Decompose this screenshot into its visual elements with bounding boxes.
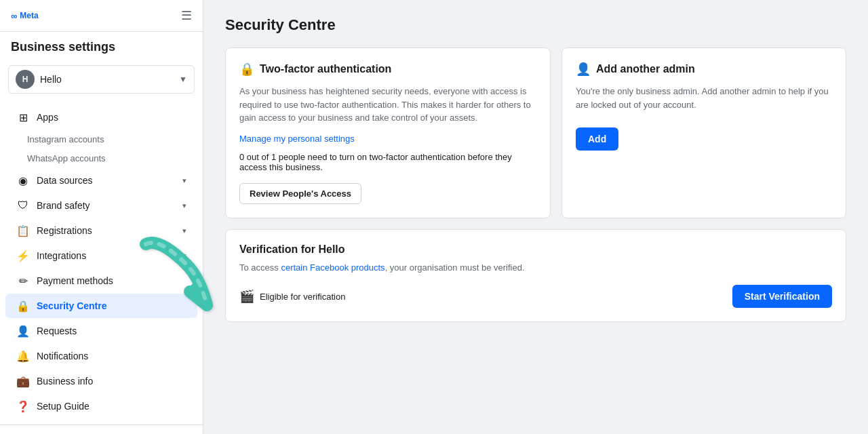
- meta-logo: ∞ Meta: [11, 11, 39, 21]
- sidebar-item-label: Requests: [37, 326, 186, 336]
- sidebar-item-whatsapp[interactable]: WhatsApp accounts: [5, 149, 197, 167]
- sidebar-item-business-info[interactable]: 💼 Business info: [5, 369, 197, 393]
- add-admin-title: Add another admin: [596, 63, 695, 75]
- eligible-text: Eligible for verification: [260, 292, 345, 302]
- verification-title: Verification for Hello: [239, 243, 832, 256]
- sidebar-item-label: Payment methods: [37, 275, 186, 286]
- two-factor-card: 🔒 Two-factor authentication As your busi…: [225, 47, 551, 218]
- sidebar-item-label: Data sources: [37, 175, 176, 186]
- verification-description: To access certain Facebook products, you…: [239, 261, 832, 275]
- integrations-icon: ⚡: [16, 249, 30, 262]
- sidebar-item-label: Security Centre: [37, 300, 186, 311]
- main-content: Security Centre 🔒 Two-factor authenticat…: [203, 0, 868, 434]
- manage-settings-link[interactable]: Manage my personal settings: [239, 134, 355, 144]
- sidebar-item-label: Registrations: [37, 225, 176, 236]
- chevron-right-icon: ▾: [182, 176, 186, 185]
- sidebar-item-apps[interactable]: ⊞ Apps: [5, 105, 197, 130]
- setup-guide-icon: ❓: [16, 399, 30, 413]
- account-selector[interactable]: H Hello ▼: [8, 65, 195, 94]
- sidebar-item-label: Notifications: [37, 351, 186, 361]
- sidebar-item-setup-guide[interactable]: ❓ Setup Guide: [5, 394, 197, 418]
- verification-card: Verification for Hello To access certain…: [225, 229, 846, 323]
- chevron-right-icon: ▾: [182, 252, 186, 260]
- notifications-icon: 🔔: [16, 349, 30, 363]
- notifications-footer-button[interactable]: 🔔: [35, 431, 56, 434]
- apps-icon: ⊞: [16, 111, 30, 124]
- two-factor-description: As your business has heightened security…: [239, 85, 536, 125]
- requests-icon: 👤: [16, 324, 30, 338]
- payment-icon: ✏: [16, 274, 30, 288]
- add-admin-card-header: 👤 Add another admin: [576, 62, 832, 77]
- two-factor-stat: 0 out of 1 people need to turn on two-fa…: [239, 152, 536, 172]
- verification-action-row: 🎬 Eligible for verification Start Verifi…: [239, 285, 832, 308]
- hamburger-button[interactable]: ☰: [181, 8, 192, 23]
- business-info-icon: 💼: [16, 374, 30, 388]
- page-title: Security Centre: [225, 16, 846, 34]
- sidebar-header: ∞ Meta ☰: [0, 0, 203, 32]
- chevron-right-icon: ▾: [182, 226, 186, 235]
- sidebar-item-registrations[interactable]: 📋 Registrations ▾: [5, 218, 197, 243]
- sidebar-item-label: Brand safety: [37, 200, 176, 211]
- add-admin-button[interactable]: Add: [576, 127, 618, 151]
- grid-footer-button[interactable]: ⊞: [129, 431, 144, 434]
- sidebar-item-integrations[interactable]: ⚡ Integrations ▾: [5, 243, 197, 268]
- help-footer-button[interactable]: ❓: [98, 431, 118, 434]
- sidebar-item-label: Integrations: [37, 250, 176, 261]
- eligible-icon: 🎬: [239, 289, 254, 304]
- arrow-decoration: [203, 231, 220, 321]
- avatar: H: [16, 70, 35, 89]
- facebook-products-link[interactable]: certain Facebook products: [281, 261, 384, 275]
- sidebar-nav: ⊞ Apps Instagram accounts WhatsApp accou…: [0, 99, 203, 425]
- lock-icon: 🔒: [239, 62, 254, 77]
- account-name: Hello: [40, 74, 174, 85]
- chevron-down-icon: ▼: [179, 75, 187, 84]
- sidebar-sub-label: WhatsApp accounts: [27, 153, 106, 163]
- sidebar-sub-label: Instagram accounts: [27, 134, 104, 144]
- meta-logo-icon: ∞: [11, 11, 17, 21]
- meta-logo-text: Meta: [20, 11, 38, 20]
- registrations-icon: 📋: [16, 224, 30, 237]
- sidebar-title: Business settings: [0, 32, 203, 60]
- verification-desc-prefix: To access: [239, 262, 281, 273]
- sidebar-item-data-sources[interactable]: ◉ Data sources ▾: [5, 168, 197, 193]
- sidebar-item-payment-methods[interactable]: ✏ Payment methods: [5, 269, 197, 293]
- admin-icon: 👤: [576, 62, 591, 77]
- sidebar: ∞ Meta ☰ Business settings H Hello ▼ ⊞ A…: [0, 0, 203, 434]
- add-admin-description: You're the only business admin. Add anot…: [576, 85, 832, 111]
- settings-footer-button[interactable]: ⚙: [8, 431, 24, 434]
- two-factor-title: Two-factor authentication: [260, 63, 391, 75]
- data-sources-icon: ◉: [16, 174, 30, 187]
- sidebar-item-label: Business info: [37, 376, 186, 387]
- search-footer-button[interactable]: 🔍: [66, 431, 87, 434]
- hamburger-icon: ☰: [181, 9, 192, 22]
- top-cards-row: 🔒 Two-factor authentication As your busi…: [225, 47, 846, 218]
- sidebar-footer: ⚙ 🔔 🔍 ❓ ⊞: [0, 425, 203, 434]
- add-admin-card: 👤 Add another admin You're the only busi…: [561, 47, 846, 218]
- start-verification-button[interactable]: Start Verification: [732, 285, 832, 308]
- sidebar-item-label: Apps: [37, 112, 186, 123]
- sidebar-item-label: Setup Guide: [37, 401, 186, 412]
- two-factor-card-header: 🔒 Two-factor authentication: [239, 62, 536, 77]
- sidebar-item-brand-safety[interactable]: 🛡 Brand safety ▾: [5, 193, 197, 218]
- verification-desc-suffix: , your organisation must be verified.: [385, 262, 525, 273]
- review-access-button[interactable]: Review People's Access: [239, 183, 361, 204]
- security-centre-icon: 🔒: [16, 299, 30, 313]
- eligible-badge: 🎬 Eligible for verification: [239, 289, 345, 304]
- sidebar-item-notifications[interactable]: 🔔 Notifications: [5, 344, 197, 368]
- sidebar-item-instagram[interactable]: Instagram accounts: [5, 130, 197, 149]
- sidebar-item-requests[interactable]: 👤 Requests: [5, 319, 197, 343]
- brand-safety-icon: 🛡: [16, 199, 30, 212]
- chevron-right-icon: ▾: [182, 201, 186, 210]
- sidebar-item-security-centre[interactable]: 🔒 Security Centre: [5, 294, 197, 318]
